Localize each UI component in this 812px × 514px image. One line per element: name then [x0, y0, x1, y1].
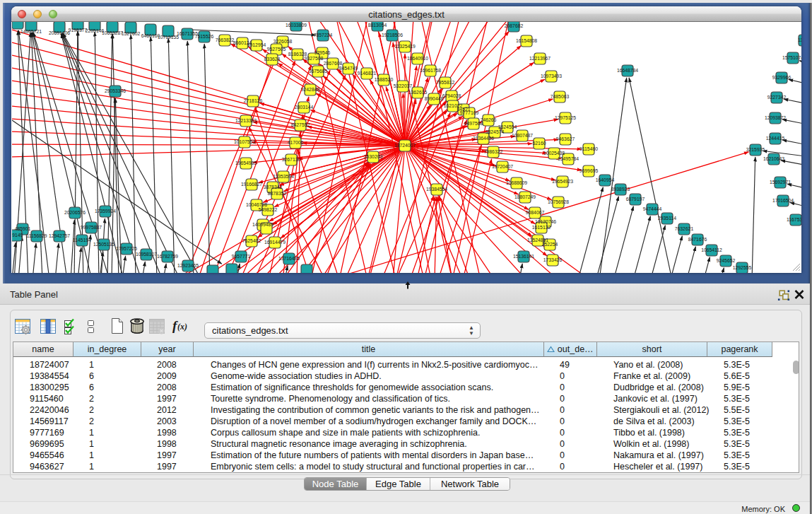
svg-text:2087682: 2087682: [505, 23, 524, 28]
svg-text:2530203: 2530203: [364, 154, 383, 159]
svg-text:17359924: 17359924: [95, 209, 116, 214]
svg-text:3215935: 3215935: [746, 147, 765, 152]
svg-text:8938923: 8938923: [611, 187, 630, 192]
svg-text:9699695: 9699695: [579, 168, 599, 173]
svg-text:9115460: 9115460: [579, 146, 598, 151]
svg-text:12093872: 12093872: [765, 115, 786, 120]
svg-text:10958107: 10958107: [136, 252, 157, 257]
svg-text:7955812: 7955812: [436, 80, 455, 85]
svg-text:12923465: 12923465: [177, 263, 199, 268]
svg-text:15136141: 15136141: [513, 254, 534, 259]
svg-text:18807249: 18807249: [514, 194, 536, 199]
svg-text:19384554: 19384554: [426, 187, 447, 192]
svg-text:9327508: 9327508: [305, 56, 324, 61]
svg-text:10654112: 10654112: [701, 247, 722, 252]
svg-text:10107553: 10107553: [234, 139, 255, 144]
svg-text:746266: 746266: [481, 117, 497, 122]
svg-text:16782759: 16782759: [157, 254, 178, 259]
svg-text:14055721: 14055721: [20, 29, 42, 34]
svg-text:15720407: 15720407: [492, 164, 513, 169]
svg-text:12505135: 12505135: [93, 242, 114, 247]
svg-text:16120746: 16120746: [535, 219, 556, 224]
svg-text:19166827: 19166827: [241, 182, 262, 187]
svg-text:7485063: 7485063: [551, 94, 570, 99]
svg-text:9227342: 9227342: [767, 95, 787, 100]
svg-text:12942757: 12942757: [49, 233, 70, 238]
svg-text:11156829: 11156829: [26, 233, 47, 238]
svg-text:3226058: 3226058: [273, 39, 293, 44]
svg-text:10756928: 10756928: [548, 199, 569, 204]
svg-text:10653287: 10653287: [102, 30, 123, 35]
svg-text:5322037: 5322037: [394, 83, 413, 88]
svg-text:39149: 39149: [12, 233, 23, 238]
svg-text:10025438: 10025438: [543, 151, 565, 156]
svg-text:20691406: 20691406: [49, 30, 70, 35]
svg-text:1615132: 1615132: [532, 225, 551, 230]
svg-text:2867608: 2867608: [324, 61, 343, 66]
svg-text:9474444: 9474444: [643, 206, 662, 211]
svg-text:16154808: 16154808: [516, 38, 537, 43]
svg-text:29053346: 29053346: [105, 88, 126, 93]
svg-text:9777169: 9777169: [460, 110, 479, 115]
svg-text:9463627: 9463627: [556, 136, 575, 141]
svg-text:16961758: 16961758: [420, 68, 441, 73]
svg-text:18640910: 18640910: [407, 56, 428, 61]
svg-text:11353594: 11353594: [273, 174, 294, 179]
svg-text:9245652: 9245652: [717, 258, 736, 263]
svg-text:11123: 11123: [798, 37, 801, 42]
svg-text:9657771: 9657771: [232, 254, 251, 259]
svg-text:7663822: 7663822: [216, 37, 235, 42]
svg-text:62160: 62160: [533, 141, 546, 146]
svg-text:18724007: 18724007: [394, 143, 416, 148]
svg-text:19218506: 19218506: [382, 33, 403, 37]
svg-text:19654923: 19654923: [552, 179, 573, 184]
svg-text:929546: 929546: [314, 50, 331, 55]
svg-text:1292555: 1292555: [733, 265, 752, 270]
svg-text:12975125: 12975125: [555, 115, 576, 120]
svg-text:9084067: 9084067: [526, 210, 545, 215]
svg-text:8454749: 8454749: [339, 66, 358, 71]
svg-text:1145194: 1145194: [73, 238, 91, 243]
svg-text:1244415: 1244415: [766, 136, 785, 141]
svg-text:19654985: 19654985: [235, 160, 257, 165]
svg-text:1167533: 1167533: [787, 217, 801, 222]
svg-text:3267130: 3267130: [282, 157, 301, 162]
svg-text:17957225: 17957225: [116, 246, 137, 251]
svg-text:8912954: 8912954: [247, 42, 266, 47]
svg-text:15692971: 15692971: [770, 180, 791, 185]
svg-text:2935114: 2935114: [658, 216, 676, 221]
svg-text:17016504: 17016504: [772, 198, 794, 203]
svg-text:16033809: 16033809: [286, 23, 307, 28]
svg-text:10046798: 10046798: [246, 202, 267, 207]
svg-text:7857224: 7857224: [314, 33, 333, 37]
svg-text:20206576: 20206576: [64, 210, 86, 215]
svg-text:2803144: 2803144: [295, 105, 314, 110]
svg-text:15495784: 15495784: [558, 156, 579, 161]
svg-text:3675685: 3675685: [309, 69, 328, 74]
svg-text:6879197: 6879197: [626, 197, 645, 201]
svg-text:2718126: 2718126: [244, 98, 263, 103]
svg-text:3824574: 3824574: [486, 129, 505, 134]
svg-text:252254: 252254: [542, 242, 558, 247]
svg-text:16914479: 16914479: [264, 240, 286, 245]
svg-text:(x): (x): [177, 322, 187, 332]
svg-text:9329966: 9329966: [772, 75, 792, 80]
svg-text:12213383: 12213383: [235, 118, 257, 123]
svg-text:1588520: 1588520: [375, 77, 394, 82]
svg-text:9242848: 9242848: [301, 87, 320, 92]
svg-text:1527602: 1527602: [122, 31, 141, 36]
svg-text:1640954: 1640954: [596, 177, 615, 182]
svg-text:8990448: 8990448: [425, 96, 444, 101]
svg-text:10973493: 10973493: [541, 74, 562, 78]
svg-text:8471676: 8471676: [688, 237, 707, 242]
svg-text:9146821: 9146821: [358, 71, 377, 76]
svg-text:8878352: 8878352: [268, 191, 287, 196]
svg-text:6794028: 6794028: [442, 93, 461, 98]
svg-text:15751074: 15751074: [782, 55, 801, 60]
svg-text:7625402: 7625402: [242, 238, 261, 243]
svg-text:10719155: 10719155: [158, 35, 179, 40]
svg-text:3624554: 3624554: [498, 124, 517, 129]
svg-text:833624: 833624: [264, 57, 281, 62]
svg-text:485901: 485901: [15, 226, 31, 231]
svg-text:8427552: 8427552: [291, 122, 310, 127]
